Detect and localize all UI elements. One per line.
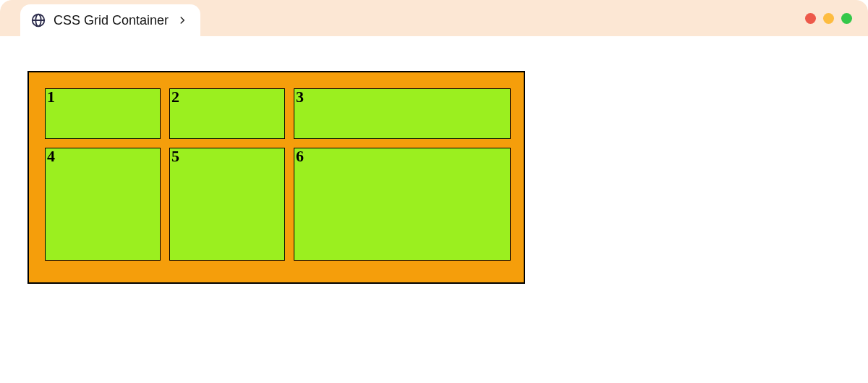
grid-cell-6: 6 bbox=[294, 148, 511, 261]
grid-container: 1 2 3 4 5 6 bbox=[27, 71, 525, 284]
chevron-right-icon bbox=[177, 15, 187, 25]
tab-bar: CSS Grid Container bbox=[0, 0, 868, 36]
close-window-button[interactable] bbox=[805, 13, 816, 24]
window-controls bbox=[805, 0, 852, 36]
browser-window: CSS Grid Container 1 2 3 4 5 6 bbox=[0, 0, 868, 383]
grid-cell-4: 4 bbox=[45, 148, 161, 261]
minimize-window-button[interactable] bbox=[823, 13, 834, 24]
grid-cell-2: 2 bbox=[169, 88, 285, 139]
page-content: 1 2 3 4 5 6 bbox=[0, 36, 868, 284]
grid-cell-1: 1 bbox=[45, 88, 161, 139]
tab-css-grid-container[interactable]: CSS Grid Container bbox=[20, 4, 200, 36]
grid-cell-5: 5 bbox=[169, 148, 285, 261]
maximize-window-button[interactable] bbox=[841, 13, 852, 24]
tab-title: CSS Grid Container bbox=[54, 13, 169, 28]
globe-icon bbox=[30, 12, 46, 28]
grid-cell-3: 3 bbox=[294, 88, 511, 139]
